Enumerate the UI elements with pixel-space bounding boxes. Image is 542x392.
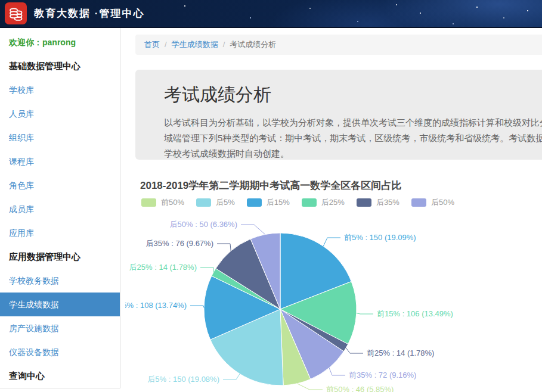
- chart-legend: 前50%后5%后15%后25%后35%后50%: [141, 197, 466, 208]
- legend-item[interactable]: 后25%: [302, 197, 345, 208]
- legend-swatch-icon: [411, 198, 426, 207]
- breadcrumb-item[interactable]: 学生成绩数据: [172, 40, 218, 49]
- legend-label: 后35%: [376, 197, 399, 208]
- app-title: 教育大数据 ·管理中心: [34, 0, 144, 27]
- pie-label: 前5% : 150 (19.09%): [344, 233, 416, 242]
- pie-label-line: [329, 368, 345, 375]
- legend-swatch-icon: [141, 198, 156, 207]
- sidebar-item[interactable]: 应用库: [0, 221, 120, 245]
- sidebar-item[interactable]: 角色库: [0, 173, 120, 197]
- legend-label: 后25%: [321, 197, 345, 208]
- pie-label: 后5% : 150 (19.08%): [147, 375, 219, 384]
- breadcrumb-item: 考试成绩分析: [230, 40, 276, 49]
- legend-swatch-icon: [302, 198, 317, 207]
- pie-label: 后15% : 108 (13.74%): [125, 301, 187, 310]
- sidebar-section-header: 应用数据管理中心: [0, 245, 120, 269]
- sidebar-item[interactable]: 仪器设备数据: [0, 340, 120, 364]
- legend-item[interactable]: 后50%: [411, 197, 454, 208]
- legend-item[interactable]: 后35%: [357, 197, 399, 208]
- sidebar-item[interactable]: 成员库: [0, 197, 120, 221]
- legend-label: 后50%: [431, 197, 454, 208]
- page-description-line: 以考试科目为分析基础，以学校为分析对象，提供单次考试三个维度的成绩指标计算和校级…: [164, 115, 542, 130]
- breadcrumb: 首页/学生成绩数据/考试成绩分析: [135, 35, 542, 55]
- sidebar-item-active[interactable]: 学生成绩数据: [0, 293, 120, 316]
- breadcrumb-separator: /: [165, 40, 167, 49]
- sidebar-item[interactable]: 房产设施数据: [0, 316, 120, 340]
- page-description-line: 学校考试成绩数据时自动创建。: [164, 146, 542, 160]
- breadcrumb-item[interactable]: 首页: [144, 40, 160, 49]
- sidebar-section-header: 查询中心: [0, 364, 120, 388]
- sidebar-item[interactable]: 学校库: [0, 78, 120, 102]
- legend-label: 前50%: [161, 197, 184, 208]
- app-logo[interactable]: [5, 2, 27, 24]
- legend-label: 后5%: [216, 197, 235, 208]
- sidebar: 欢迎你：panrong基础数据管理中心学校库人员库组织库课程库角色库成员库应用库…: [0, 28, 120, 388]
- legend-item[interactable]: 后15%: [247, 197, 290, 208]
- page-description-line: 域端管理下列5种类型的考试：期中考试，期末考试，区级统考，市级统考和省级统考。考…: [164, 130, 542, 146]
- legend-swatch-icon: [196, 198, 211, 207]
- pie-label-line: [223, 374, 240, 380]
- pie-label-line: [217, 244, 231, 251]
- pie-label: 后50% : 50 (6.36%): [170, 220, 237, 229]
- app-header: 教育大数据 ·管理中心: [0, 0, 542, 28]
- pie-label-line: [190, 306, 204, 307]
- sidebar-item[interactable]: 组织库: [0, 126, 120, 150]
- page-title: 考试成绩分析: [164, 83, 542, 107]
- chart-title: 2018-2019学年第二学期期中考试高一数学全区各区间占比: [140, 179, 401, 192]
- pie-label: 前50% : 46 (5.85%): [326, 385, 394, 392]
- sidebar-item[interactable]: 课程库: [0, 150, 120, 173]
- legend-swatch-icon: [357, 198, 371, 207]
- breadcrumb-separator: /: [223, 40, 225, 49]
- pie-label-line: [241, 225, 265, 235]
- pie-label-line: [323, 238, 340, 246]
- sidebar-section-header: 基础数据管理中心: [0, 54, 120, 78]
- exam-distribution-pie-chart: 前5% : 150 (19.09%)前15% : 106 (13.49%)前25…: [125, 211, 542, 392]
- pie-label: 后35% : 76 (9.67%): [146, 239, 213, 248]
- legend-item[interactable]: 前50%: [141, 197, 184, 208]
- pie-label-line: [357, 313, 373, 314]
- pie-label-line: [200, 267, 213, 272]
- sidebar-welcome: 欢迎你：panrong: [0, 30, 120, 54]
- sidebar-item[interactable]: 学校教务数据: [0, 269, 120, 293]
- page-intro-panel: 考试成绩分析 以考试科目为分析基础，以学校为分析对象，提供单次考试三个维度的成绩…: [135, 70, 542, 160]
- legend-item[interactable]: 后5%: [196, 197, 235, 208]
- database-logo-icon: [8, 5, 24, 22]
- pie-label: 前15% : 106 (13.49%): [377, 309, 453, 318]
- pie-label-line: [297, 384, 323, 390]
- sidebar-item[interactable]: 人员库: [0, 102, 120, 126]
- pie-label: 后25% : 14 (1.78%): [129, 263, 197, 272]
- pie-label-line: [346, 348, 363, 353]
- legend-swatch-icon: [247, 198, 262, 207]
- pie-label: 前35% : 72 (9.16%): [349, 371, 416, 379]
- legend-label: 后15%: [267, 197, 290, 208]
- pie-label: 前25% : 14 (1.78%): [367, 349, 434, 357]
